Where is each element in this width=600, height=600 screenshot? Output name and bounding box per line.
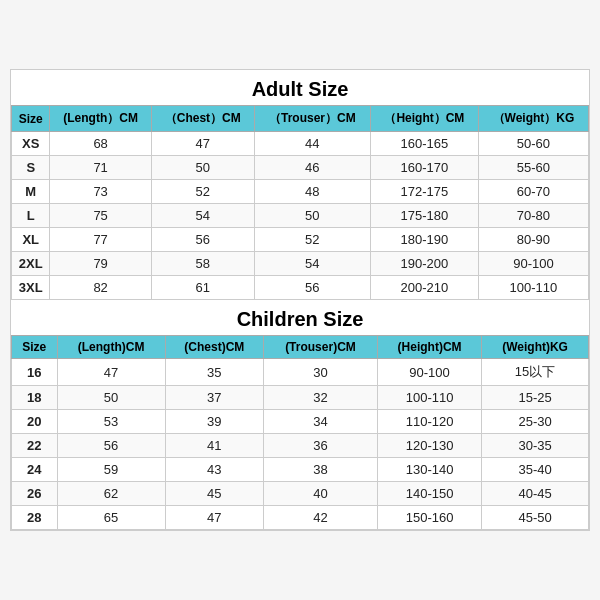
table-cell: 172-175 — [370, 180, 478, 204]
adult-header-cell: （Weight）KG — [478, 106, 588, 132]
adult-table-body: XS684744160-16550-60S715046160-17055-60M… — [12, 132, 589, 300]
table-row: 18503732100-11015-25 — [12, 386, 589, 410]
adult-header-cell: （Trouser）CM — [254, 106, 370, 132]
adult-header-cell: （Chest）CM — [151, 106, 254, 132]
table-cell: 52 — [151, 180, 254, 204]
table-row: 20533934110-12025-30 — [12, 410, 589, 434]
table-cell: 77 — [50, 228, 151, 252]
table-row: 24594338130-14035-40 — [12, 458, 589, 482]
table-cell: L — [12, 204, 50, 228]
table-cell: 58 — [151, 252, 254, 276]
table-cell: 100-110 — [478, 276, 588, 300]
table-cell: 47 — [165, 506, 263, 530]
table-cell: 56 — [254, 276, 370, 300]
table-cell: 43 — [165, 458, 263, 482]
table-cell: 75 — [50, 204, 151, 228]
table-cell: 45 — [165, 482, 263, 506]
table-row: 22564136120-13030-35 — [12, 434, 589, 458]
table-row: 26624540140-15040-45 — [12, 482, 589, 506]
table-cell: 22 — [12, 434, 58, 458]
table-cell: 175-180 — [370, 204, 478, 228]
adult-size-table: Size(Length）CM（Chest）CM（Trouser）CM（Heigh… — [11, 105, 589, 300]
table-cell: 42 — [263, 506, 377, 530]
children-header-cell: (Trouser)CM — [263, 336, 377, 359]
table-cell: 45-50 — [482, 506, 589, 530]
table-cell: XL — [12, 228, 50, 252]
table-cell: 41 — [165, 434, 263, 458]
table-cell: 15以下 — [482, 359, 589, 386]
children-header-cell: (Chest)CM — [165, 336, 263, 359]
table-cell: 56 — [151, 228, 254, 252]
children-table-body: 1647353090-10015以下18503732100-11015-2520… — [12, 359, 589, 530]
table-cell: 59 — [57, 458, 165, 482]
table-cell: 160-165 — [370, 132, 478, 156]
table-cell: 35 — [165, 359, 263, 386]
table-cell: 34 — [263, 410, 377, 434]
table-cell: 25-30 — [482, 410, 589, 434]
table-cell: 140-150 — [377, 482, 481, 506]
children-header-cell: (Height)CM — [377, 336, 481, 359]
table-cell: M — [12, 180, 50, 204]
table-row: 1647353090-10015以下 — [12, 359, 589, 386]
table-cell: 39 — [165, 410, 263, 434]
table-cell: 15-25 — [482, 386, 589, 410]
table-cell: 79 — [50, 252, 151, 276]
table-row: S715046160-17055-60 — [12, 156, 589, 180]
table-cell: 68 — [50, 132, 151, 156]
table-cell: 61 — [151, 276, 254, 300]
children-header-cell: (Length)CM — [57, 336, 165, 359]
table-cell: 47 — [57, 359, 165, 386]
table-cell: 50 — [57, 386, 165, 410]
table-cell: 40-45 — [482, 482, 589, 506]
table-cell: 100-110 — [377, 386, 481, 410]
table-cell: 55-60 — [478, 156, 588, 180]
table-cell: 90-100 — [478, 252, 588, 276]
table-cell: 90-100 — [377, 359, 481, 386]
table-cell: S — [12, 156, 50, 180]
table-cell: 56 — [57, 434, 165, 458]
table-cell: 20 — [12, 410, 58, 434]
children-size-title: Children Size — [11, 300, 589, 335]
table-row: L755450175-18070-80 — [12, 204, 589, 228]
table-cell: 62 — [57, 482, 165, 506]
table-cell: 71 — [50, 156, 151, 180]
table-row: 28654742150-16045-50 — [12, 506, 589, 530]
table-cell: 60-70 — [478, 180, 588, 204]
table-cell: 44 — [254, 132, 370, 156]
table-cell: 130-140 — [377, 458, 481, 482]
table-cell: 40 — [263, 482, 377, 506]
table-cell: 37 — [165, 386, 263, 410]
adult-size-title: Adult Size — [11, 70, 589, 105]
table-cell: 48 — [254, 180, 370, 204]
table-cell: 30 — [263, 359, 377, 386]
size-chart: Adult Size Size(Length）CM（Chest）CM（Trous… — [10, 69, 590, 531]
table-row: 2XL795854190-20090-100 — [12, 252, 589, 276]
table-cell: 110-120 — [377, 410, 481, 434]
table-cell: 16 — [12, 359, 58, 386]
table-cell: 54 — [151, 204, 254, 228]
table-cell: 50 — [151, 156, 254, 180]
table-cell: 200-210 — [370, 276, 478, 300]
table-cell: 65 — [57, 506, 165, 530]
adult-header-cell: (Length）CM — [50, 106, 151, 132]
table-cell: 38 — [263, 458, 377, 482]
table-cell: 160-170 — [370, 156, 478, 180]
children-size-table: Size(Length)CM(Chest)CM(Trouser)CM(Heigh… — [11, 335, 589, 530]
adult-header-cell: Size — [12, 106, 50, 132]
table-cell: 54 — [254, 252, 370, 276]
table-cell: 47 — [151, 132, 254, 156]
adult-header-cell: （Height）CM — [370, 106, 478, 132]
adult-header-row: Size(Length）CM（Chest）CM（Trouser）CM（Heigh… — [12, 106, 589, 132]
table-cell: 82 — [50, 276, 151, 300]
children-header-cell: (Weight)KG — [482, 336, 589, 359]
table-cell: 50-60 — [478, 132, 588, 156]
table-cell: 26 — [12, 482, 58, 506]
children-header-cell: Size — [12, 336, 58, 359]
table-cell: 24 — [12, 458, 58, 482]
table-cell: 70-80 — [478, 204, 588, 228]
table-cell: 50 — [254, 204, 370, 228]
table-cell: 2XL — [12, 252, 50, 276]
children-header-row: Size(Length)CM(Chest)CM(Trouser)CM(Heigh… — [12, 336, 589, 359]
table-cell: 80-90 — [478, 228, 588, 252]
table-cell: 150-160 — [377, 506, 481, 530]
